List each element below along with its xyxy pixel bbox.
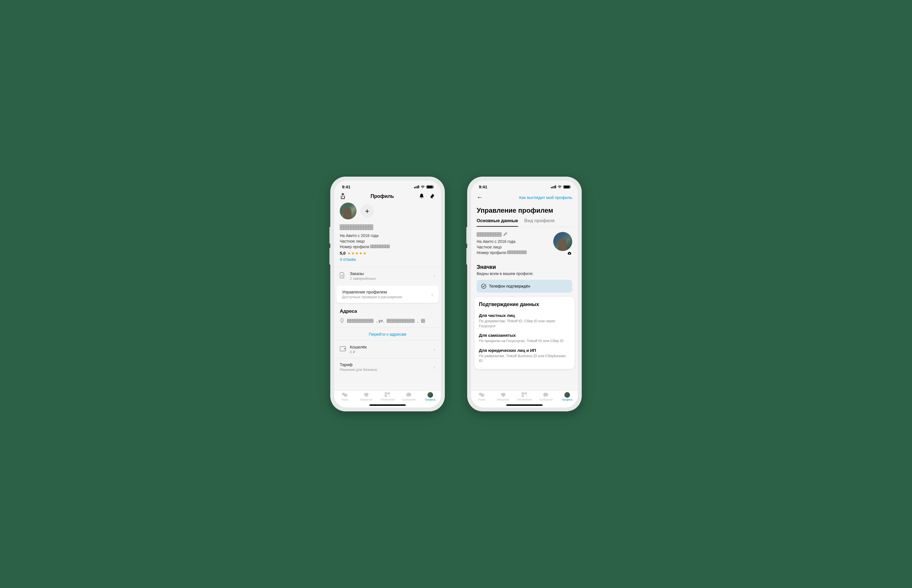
page-title: Управление профилем [471, 205, 578, 218]
tab-messages[interactable]: Сообщения [398, 392, 420, 401]
profile-number-redacted [507, 250, 527, 254]
svg-text:+: + [526, 394, 527, 397]
tab-listings[interactable]: + Объявления [377, 392, 398, 401]
address-pixel-3 [421, 319, 425, 323]
menu-orders[interactable]: Заказы 2 завершённых › [334, 267, 441, 284]
badges-sub: Видны всем в вашем профиле. [471, 271, 578, 280]
svg-point-8 [406, 393, 411, 397]
verification-title: Подтверждение данных [479, 302, 570, 307]
status-icons [414, 185, 433, 189]
profile-number: Номер профиля [477, 250, 549, 255]
phone-right: 9:41 ← Как выглядит мой профиль Управлен… [467, 177, 582, 411]
battery-icon [563, 185, 570, 189]
status-bar: 9:41 [471, 181, 578, 191]
badges-title: Значки [471, 261, 578, 271]
phone-left: 9:41 Профиль [330, 177, 445, 411]
tab-profile[interactable]: Профиль [420, 392, 441, 401]
chevron-right-icon: › [431, 291, 433, 298]
reviews-link[interactable]: 4 отзыва [340, 257, 356, 262]
tab-bar: Поиск Избранное + Объявления Сообщения П… [471, 390, 578, 402]
grid-plus-icon: + [384, 392, 391, 398]
wallet-icon [340, 346, 346, 352]
address-row[interactable]: , ул. , [334, 317, 441, 328]
svg-point-3 [344, 394, 347, 397]
profile-type: Частное лицо [477, 245, 549, 249]
status-time: 9:41 [342, 184, 350, 189]
menu-wallet[interactable]: Кошелёк 0 ₽ › [334, 341, 441, 358]
battery-icon [426, 185, 433, 189]
chevron-right-icon: › [433, 364, 435, 370]
tab-listings[interactable]: + Объявления [514, 392, 535, 401]
grid-plus-icon: + [521, 392, 528, 398]
tab-profile[interactable]: Профиль [557, 392, 578, 401]
menu-wallet-sub: 0 ₽ [350, 350, 433, 354]
preview-profile-link[interactable]: Как выглядит мой профиль [519, 195, 572, 200]
address-pixel-2 [387, 319, 415, 323]
verification-individuals[interactable]: Для частных лиц По документам, Tinkoff I… [479, 311, 570, 331]
tab-favorites[interactable]: Избранное [492, 392, 513, 401]
tab-bar: Поиск Избранное + Объявления Сообщения П… [334, 390, 441, 402]
tab-profile-view[interactable]: Вид профиля [524, 218, 555, 227]
tab-favorites[interactable]: Избранное [355, 392, 377, 401]
avatar[interactable] [553, 232, 572, 251]
svg-point-19 [543, 393, 548, 397]
verification-legal-entities[interactable]: Для юридических лиц и ИП По реквизитам, … [479, 346, 570, 365]
svg-rect-4 [385, 393, 387, 394]
chat-icon [542, 392, 549, 398]
svg-text:+: + [389, 394, 390, 397]
tab-messages[interactable]: Сообщения [535, 392, 556, 401]
svg-rect-1 [344, 348, 345, 349]
profile-since: На Авито с 2016 года [477, 239, 549, 244]
profile-number: Номер профиля [340, 244, 435, 249]
menu-manage-profile[interactable]: Управление профилем Доступные проверки и… [336, 286, 439, 303]
menu-manage-title: Управление профилем [342, 289, 431, 294]
profile-avatar-icon [564, 392, 570, 398]
address-pixel-1 [347, 319, 374, 323]
menu-tariff-title: Тариф [340, 362, 433, 367]
gear-icon[interactable] [429, 193, 435, 199]
home-indicator [506, 404, 542, 406]
status-bar: 9:41 [334, 181, 441, 191]
menu-manage-sub: Доступные проверки и расширения [342, 295, 431, 299]
menu-orders-title: Заказы [350, 271, 433, 276]
tab-main-data[interactable]: Основные данные [477, 218, 518, 227]
profile-type: Частное лицо [340, 239, 435, 244]
bell-icon[interactable] [418, 193, 425, 199]
search-tab-icon [478, 392, 485, 398]
nav-header: Профиль [334, 191, 441, 203]
pencil-icon[interactable] [504, 232, 507, 237]
goto-addresses-link[interactable]: Перейти к адресам [334, 328, 441, 341]
back-arrow-icon[interactable]: ← [477, 194, 483, 201]
avatar[interactable] [340, 203, 357, 220]
search-tab-icon [341, 392, 348, 398]
camera-icon[interactable] [567, 250, 572, 256]
document-icon [340, 272, 346, 279]
chevron-right-icon: › [433, 273, 435, 279]
phone-verified-badge[interactable]: Телефон подтверждён [477, 280, 572, 292]
status-time: 9:41 [479, 184, 487, 189]
svg-rect-15 [522, 393, 524, 394]
tab-search[interactable]: Поиск [471, 392, 492, 401]
tab-search[interactable]: Поиск [334, 392, 355, 401]
heart-icon [363, 392, 370, 398]
menu-tariff[interactable]: Тариф Решения для бизнеса › [334, 358, 441, 376]
wifi-icon [421, 185, 425, 189]
profile-since: На Авито с 2016 года [340, 233, 435, 238]
share-icon[interactable] [340, 193, 346, 199]
stars-icon: ★★★★★ [347, 251, 367, 255]
tab-strip: Основные данные Вид профиля [471, 218, 578, 227]
addresses-title: Адреса [334, 304, 441, 317]
menu-orders-sub: 2 завершённых [350, 276, 433, 281]
cellular-icon [551, 185, 556, 188]
menu-wallet-title: Кошелёк [350, 344, 433, 349]
add-photo-button[interactable]: + [360, 204, 374, 218]
profile-avatar-icon [428, 392, 433, 398]
svg-rect-17 [522, 395, 524, 397]
verification-card: Подтверждение данных Для частных лиц По … [475, 297, 575, 369]
profile-name-redacted [477, 232, 502, 237]
svg-rect-11 [569, 252, 570, 253]
manage-content: На Авито с 2016 года Частное лицо Номер … [471, 227, 578, 390]
rating-value: 5,0 [340, 251, 345, 255]
verification-self-employed[interactable]: Для самозанятых По профилю на Госуслугах… [479, 331, 570, 346]
profile-number-redacted [370, 244, 390, 248]
